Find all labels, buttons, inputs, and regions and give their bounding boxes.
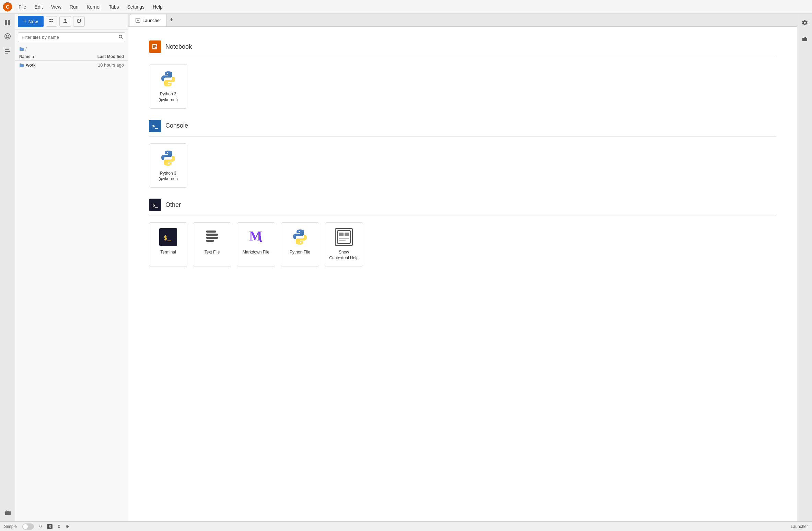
card-markdown-file[interactable]: M Markdown File — [237, 222, 275, 267]
notebook-divider — [149, 57, 776, 57]
python-logo-file — [291, 228, 309, 246]
menu-help[interactable]: Help — [149, 3, 166, 11]
card-python3-console[interactable]: Python 3 (ipykernel) — [149, 143, 187, 188]
activity-running[interactable] — [1, 30, 14, 43]
svg-point-7 — [6, 35, 9, 38]
right-bar — [797, 14, 812, 521]
card-label-terminal: Terminal — [160, 249, 176, 255]
file-list-header: Name ▲ Last Modified — [15, 53, 128, 61]
menu-run[interactable]: Run — [66, 3, 82, 11]
card-label-text-file: Text File — [205, 249, 220, 255]
card-label-markdown-file: Markdown File — [243, 249, 269, 255]
svg-rect-24 — [206, 231, 216, 233]
file-name: work — [19, 62, 76, 68]
menu-settings[interactable]: Settings — [124, 3, 148, 11]
console-cards: Python 3 (ipykernel) — [149, 143, 776, 188]
svg-rect-30 — [337, 231, 350, 244]
mode-toggle[interactable] — [22, 523, 34, 530]
status-mode-label: Simple — [4, 524, 17, 529]
activity-bar — [0, 14, 15, 521]
tab-launcher[interactable]: Launcher — [130, 14, 167, 26]
card-label-python3-notebook: Python 3 (ipykernel) — [153, 91, 183, 103]
svg-rect-32 — [345, 233, 349, 236]
file-path: / — [15, 45, 128, 53]
svg-rect-11 — [5, 53, 8, 54]
svg-rect-15 — [51, 21, 53, 22]
card-terminal[interactable]: $_ Terminal — [149, 222, 187, 267]
notebook-cards: Python 3 (ipykernel) — [149, 64, 776, 109]
card-label-python-file: Python File — [290, 249, 310, 255]
svg-rect-2 — [5, 20, 7, 23]
svg-rect-20 — [153, 46, 156, 47]
markdown-icon: M — [247, 228, 265, 246]
status-icon2: ⚙ — [66, 524, 69, 529]
right-extension-icon[interactable] — [799, 33, 811, 45]
svg-rect-31 — [339, 233, 344, 236]
status-icon1: S — [47, 524, 52, 529]
text-file-icon — [203, 228, 221, 246]
svg-rect-14 — [49, 21, 51, 22]
tab-add-button[interactable]: + — [167, 15, 176, 25]
column-name[interactable]: Name ▲ — [19, 54, 76, 59]
activity-table-of-contents[interactable] — [1, 44, 14, 56]
card-text-file[interactable]: Text File — [193, 222, 231, 267]
other-cards: $_ Terminal Text File — [149, 222, 776, 267]
svg-text:C: C — [6, 4, 9, 10]
console-divider — [149, 136, 776, 137]
status-bar: Simple 0 S 0 ⚙ Launcher — [0, 521, 812, 531]
menubar: C File Edit View Run Kernel Tabs Setting… — [0, 0, 812, 14]
svg-rect-29 — [260, 236, 261, 242]
other-divider — [149, 215, 776, 215]
column-modified: Last Modified — [76, 54, 124, 59]
contextual-help-icon — [335, 228, 353, 246]
launcher-content: Notebook — [128, 27, 797, 521]
activity-files[interactable] — [1, 16, 14, 29]
svg-rect-34 — [339, 240, 346, 241]
svg-rect-13 — [51, 19, 53, 20]
refresh-button[interactable] — [73, 16, 85, 27]
status-right-label: Launcher — [791, 524, 808, 529]
svg-rect-9 — [5, 49, 9, 50]
card-python3-notebook[interactable]: Python 3 (ipykernel) — [149, 64, 187, 109]
svg-rect-8 — [5, 48, 10, 48]
svg-rect-5 — [8, 23, 10, 25]
svg-rect-26 — [206, 237, 218, 239]
file-modified: 18 hours ago — [76, 62, 124, 68]
card-label-contextual-help: Show Contextual Help — [329, 249, 359, 261]
file-row[interactable]: work 18 hours ago — [15, 61, 128, 69]
card-contextual-help[interactable]: Show Contextual Help — [325, 222, 363, 267]
sidebar: + + New New — [15, 14, 128, 521]
sort-arrow: ▲ — [32, 55, 35, 59]
console-icon: >_ — [149, 120, 161, 132]
svg-rect-4 — [5, 23, 7, 25]
content-area: Launcher + Notebook — [128, 14, 797, 521]
terminal-icon: $_ — [159, 228, 177, 246]
menu-edit[interactable]: Edit — [31, 3, 46, 11]
new-button[interactable]: + + New New — [18, 16, 44, 27]
sidebar-toolbar: + + New New — [15, 14, 128, 30]
upload-button[interactable] — [46, 16, 57, 27]
menu-kernel[interactable]: Kernel — [83, 3, 104, 11]
python-logo-console — [159, 149, 177, 167]
other-icon: $_ — [149, 199, 161, 211]
menu-tabs[interactable]: Tabs — [105, 3, 123, 11]
status-count1: 0 — [39, 524, 42, 529]
upload-files-button[interactable] — [59, 16, 71, 27]
search-box — [18, 32, 125, 42]
app-logo: C — [3, 2, 12, 12]
svg-point-6 — [5, 34, 10, 39]
menu-view[interactable]: View — [48, 3, 65, 11]
tab-bar: Launcher + — [128, 14, 797, 27]
card-python-file[interactable]: Python File — [281, 222, 319, 267]
right-settings-icon[interactable] — [799, 16, 811, 29]
menu-file[interactable]: File — [15, 3, 30, 11]
svg-rect-21 — [153, 47, 155, 48]
section-notebook-title: Notebook — [149, 40, 776, 53]
search-button[interactable] — [118, 34, 123, 40]
section-other-title: $_ Other — [149, 199, 776, 211]
search-input[interactable] — [18, 32, 125, 42]
activity-extensions[interactable] — [1, 506, 14, 519]
toggle-knob — [23, 524, 28, 529]
card-label-python3-console: Python 3 (ipykernel) — [153, 170, 183, 182]
section-console-title: >_ Console — [149, 120, 776, 132]
